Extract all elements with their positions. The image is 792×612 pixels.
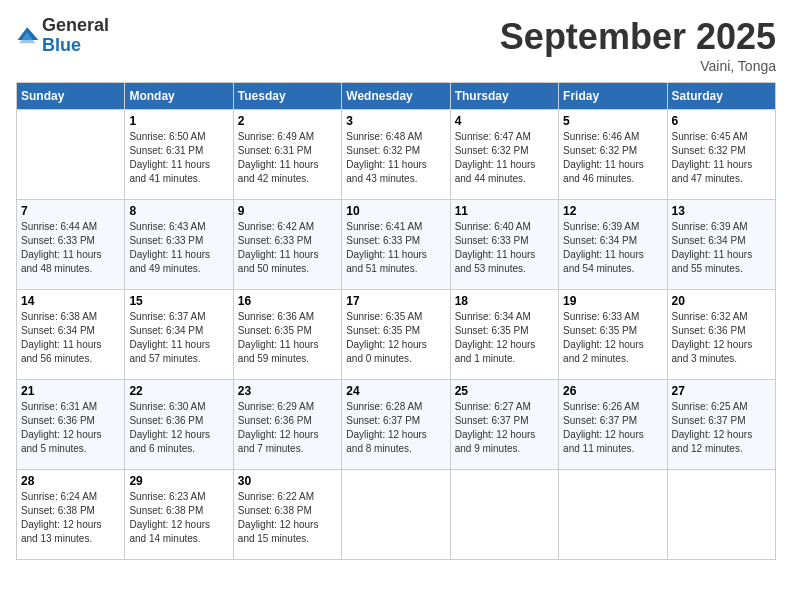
- calendar-cell: 28Sunrise: 6:24 AMSunset: 6:38 PMDayligh…: [17, 470, 125, 560]
- calendar-cell: [667, 470, 775, 560]
- page-header: General Blue September 2025 Vaini, Tonga: [16, 16, 776, 74]
- calendar-cell: 30Sunrise: 6:22 AMSunset: 6:38 PMDayligh…: [233, 470, 341, 560]
- day-info: Sunrise: 6:24 AMSunset: 6:38 PMDaylight:…: [21, 490, 120, 546]
- day-number: 13: [672, 204, 771, 218]
- calendar-header-row: SundayMondayTuesdayWednesdayThursdayFrid…: [17, 83, 776, 110]
- day-number: 14: [21, 294, 120, 308]
- calendar-week-row: 1Sunrise: 6:50 AMSunset: 6:31 PMDaylight…: [17, 110, 776, 200]
- day-info: Sunrise: 6:27 AMSunset: 6:37 PMDaylight:…: [455, 400, 554, 456]
- calendar-cell: 10Sunrise: 6:41 AMSunset: 6:33 PMDayligh…: [342, 200, 450, 290]
- day-info: Sunrise: 6:43 AMSunset: 6:33 PMDaylight:…: [129, 220, 228, 276]
- day-number: 5: [563, 114, 662, 128]
- month-title: September 2025: [500, 16, 776, 58]
- calendar-table: SundayMondayTuesdayWednesdayThursdayFrid…: [16, 82, 776, 560]
- logo: General Blue: [16, 16, 109, 56]
- calendar-cell: 24Sunrise: 6:28 AMSunset: 6:37 PMDayligh…: [342, 380, 450, 470]
- day-info: Sunrise: 6:40 AMSunset: 6:33 PMDaylight:…: [455, 220, 554, 276]
- day-number: 19: [563, 294, 662, 308]
- day-number: 7: [21, 204, 120, 218]
- calendar-cell: 8Sunrise: 6:43 AMSunset: 6:33 PMDaylight…: [125, 200, 233, 290]
- day-info: Sunrise: 6:32 AMSunset: 6:36 PMDaylight:…: [672, 310, 771, 366]
- logo-icon: [16, 24, 40, 48]
- day-of-week-header: Friday: [559, 83, 667, 110]
- day-info: Sunrise: 6:23 AMSunset: 6:38 PMDaylight:…: [129, 490, 228, 546]
- day-number: 18: [455, 294, 554, 308]
- calendar-cell: 11Sunrise: 6:40 AMSunset: 6:33 PMDayligh…: [450, 200, 558, 290]
- day-info: Sunrise: 6:45 AMSunset: 6:32 PMDaylight:…: [672, 130, 771, 186]
- day-number: 8: [129, 204, 228, 218]
- calendar-cell: 26Sunrise: 6:26 AMSunset: 6:37 PMDayligh…: [559, 380, 667, 470]
- day-number: 6: [672, 114, 771, 128]
- day-info: Sunrise: 6:48 AMSunset: 6:32 PMDaylight:…: [346, 130, 445, 186]
- logo-general-text: General: [42, 16, 109, 36]
- calendar-cell: 25Sunrise: 6:27 AMSunset: 6:37 PMDayligh…: [450, 380, 558, 470]
- day-of-week-header: Sunday: [17, 83, 125, 110]
- day-number: 10: [346, 204, 445, 218]
- calendar-week-row: 7Sunrise: 6:44 AMSunset: 6:33 PMDaylight…: [17, 200, 776, 290]
- day-info: Sunrise: 6:47 AMSunset: 6:32 PMDaylight:…: [455, 130, 554, 186]
- day-info: Sunrise: 6:25 AMSunset: 6:37 PMDaylight:…: [672, 400, 771, 456]
- day-info: Sunrise: 6:22 AMSunset: 6:38 PMDaylight:…: [238, 490, 337, 546]
- calendar-cell: 18Sunrise: 6:34 AMSunset: 6:35 PMDayligh…: [450, 290, 558, 380]
- calendar-cell: 17Sunrise: 6:35 AMSunset: 6:35 PMDayligh…: [342, 290, 450, 380]
- location-subtitle: Vaini, Tonga: [500, 58, 776, 74]
- day-info: Sunrise: 6:26 AMSunset: 6:37 PMDaylight:…: [563, 400, 662, 456]
- day-number: 3: [346, 114, 445, 128]
- calendar-cell: 29Sunrise: 6:23 AMSunset: 6:38 PMDayligh…: [125, 470, 233, 560]
- calendar-cell: 1Sunrise: 6:50 AMSunset: 6:31 PMDaylight…: [125, 110, 233, 200]
- day-number: 26: [563, 384, 662, 398]
- logo-blue-text: Blue: [42, 36, 109, 56]
- day-info: Sunrise: 6:50 AMSunset: 6:31 PMDaylight:…: [129, 130, 228, 186]
- calendar-cell: 19Sunrise: 6:33 AMSunset: 6:35 PMDayligh…: [559, 290, 667, 380]
- day-number: 4: [455, 114, 554, 128]
- calendar-cell: 23Sunrise: 6:29 AMSunset: 6:36 PMDayligh…: [233, 380, 341, 470]
- calendar-cell: 21Sunrise: 6:31 AMSunset: 6:36 PMDayligh…: [17, 380, 125, 470]
- day-info: Sunrise: 6:34 AMSunset: 6:35 PMDaylight:…: [455, 310, 554, 366]
- day-number: 2: [238, 114, 337, 128]
- day-number: 21: [21, 384, 120, 398]
- day-info: Sunrise: 6:41 AMSunset: 6:33 PMDaylight:…: [346, 220, 445, 276]
- day-info: Sunrise: 6:38 AMSunset: 6:34 PMDaylight:…: [21, 310, 120, 366]
- day-number: 17: [346, 294, 445, 308]
- calendar-cell: 2Sunrise: 6:49 AMSunset: 6:31 PMDaylight…: [233, 110, 341, 200]
- calendar-cell: 16Sunrise: 6:36 AMSunset: 6:35 PMDayligh…: [233, 290, 341, 380]
- calendar-cell: 6Sunrise: 6:45 AMSunset: 6:32 PMDaylight…: [667, 110, 775, 200]
- day-number: 23: [238, 384, 337, 398]
- day-number: 11: [455, 204, 554, 218]
- day-number: 29: [129, 474, 228, 488]
- title-section: September 2025 Vaini, Tonga: [500, 16, 776, 74]
- calendar-cell: 22Sunrise: 6:30 AMSunset: 6:36 PMDayligh…: [125, 380, 233, 470]
- logo-text: General Blue: [42, 16, 109, 56]
- day-info: Sunrise: 6:37 AMSunset: 6:34 PMDaylight:…: [129, 310, 228, 366]
- day-number: 20: [672, 294, 771, 308]
- calendar-cell: 4Sunrise: 6:47 AMSunset: 6:32 PMDaylight…: [450, 110, 558, 200]
- day-number: 22: [129, 384, 228, 398]
- day-of-week-header: Wednesday: [342, 83, 450, 110]
- day-number: 27: [672, 384, 771, 398]
- day-of-week-header: Saturday: [667, 83, 775, 110]
- day-number: 25: [455, 384, 554, 398]
- day-number: 15: [129, 294, 228, 308]
- day-number: 16: [238, 294, 337, 308]
- calendar-cell: 14Sunrise: 6:38 AMSunset: 6:34 PMDayligh…: [17, 290, 125, 380]
- day-number: 30: [238, 474, 337, 488]
- day-info: Sunrise: 6:33 AMSunset: 6:35 PMDaylight:…: [563, 310, 662, 366]
- day-info: Sunrise: 6:35 AMSunset: 6:35 PMDaylight:…: [346, 310, 445, 366]
- day-of-week-header: Monday: [125, 83, 233, 110]
- day-info: Sunrise: 6:29 AMSunset: 6:36 PMDaylight:…: [238, 400, 337, 456]
- day-number: 1: [129, 114, 228, 128]
- calendar-cell: 15Sunrise: 6:37 AMSunset: 6:34 PMDayligh…: [125, 290, 233, 380]
- day-info: Sunrise: 6:28 AMSunset: 6:37 PMDaylight:…: [346, 400, 445, 456]
- day-info: Sunrise: 6:44 AMSunset: 6:33 PMDaylight:…: [21, 220, 120, 276]
- calendar-cell: [342, 470, 450, 560]
- day-info: Sunrise: 6:39 AMSunset: 6:34 PMDaylight:…: [563, 220, 662, 276]
- day-info: Sunrise: 6:31 AMSunset: 6:36 PMDaylight:…: [21, 400, 120, 456]
- day-info: Sunrise: 6:49 AMSunset: 6:31 PMDaylight:…: [238, 130, 337, 186]
- calendar-week-row: 14Sunrise: 6:38 AMSunset: 6:34 PMDayligh…: [17, 290, 776, 380]
- day-info: Sunrise: 6:36 AMSunset: 6:35 PMDaylight:…: [238, 310, 337, 366]
- day-number: 28: [21, 474, 120, 488]
- day-info: Sunrise: 6:30 AMSunset: 6:36 PMDaylight:…: [129, 400, 228, 456]
- day-of-week-header: Tuesday: [233, 83, 341, 110]
- calendar-cell: 9Sunrise: 6:42 AMSunset: 6:33 PMDaylight…: [233, 200, 341, 290]
- calendar-cell: 12Sunrise: 6:39 AMSunset: 6:34 PMDayligh…: [559, 200, 667, 290]
